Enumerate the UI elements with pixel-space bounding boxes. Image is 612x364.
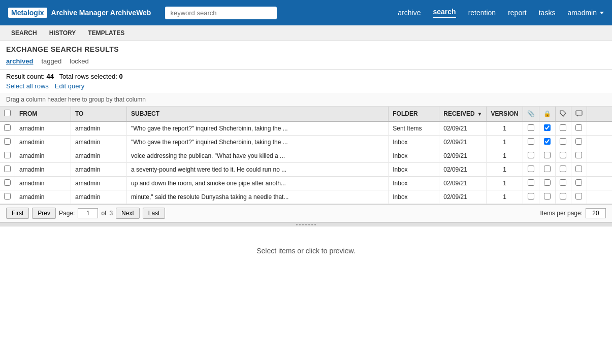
row-comment-checkbox[interactable] bbox=[575, 166, 582, 172]
row-lock-cell[interactable] bbox=[539, 163, 555, 177]
row-checkbox[interactable] bbox=[4, 124, 11, 131]
row-checkbox-cell[interactable] bbox=[0, 136, 15, 149]
select-all-rows-link[interactable]: Select all rows bbox=[6, 82, 49, 90]
row-attach-cell[interactable] bbox=[523, 136, 539, 149]
row-comment-cell[interactable] bbox=[571, 136, 587, 149]
row-lock-checkbox[interactable] bbox=[544, 179, 551, 186]
row-checkbox-cell[interactable] bbox=[0, 121, 15, 136]
row-attach-checkbox[interactable] bbox=[528, 179, 534, 186]
row-lock-cell[interactable] bbox=[539, 149, 555, 163]
th-from[interactable]: FROM bbox=[15, 107, 71, 121]
th-received[interactable]: RECEIVED ▼ bbox=[439, 107, 487, 121]
page-input[interactable] bbox=[78, 208, 98, 218]
row-attach-checkbox[interactable] bbox=[528, 152, 534, 158]
filter-tab-archived[interactable]: archived bbox=[6, 57, 33, 65]
sub-nav-history[interactable]: HISTORY bbox=[43, 25, 82, 41]
row-tag-cell[interactable] bbox=[555, 163, 571, 177]
row-comment-cell[interactable] bbox=[571, 121, 587, 136]
row-tag-cell[interactable] bbox=[555, 177, 571, 190]
row-tag-cell[interactable] bbox=[555, 149, 571, 163]
row-tag-checkbox[interactable] bbox=[560, 179, 566, 186]
prev-button[interactable]: Prev bbox=[32, 208, 56, 219]
table-row[interactable]: amadminamadminup and down the room, and … bbox=[0, 177, 612, 190]
row-lock-cell[interactable] bbox=[539, 177, 555, 190]
row-lock-cell[interactable] bbox=[539, 190, 555, 204]
row-lock-cell[interactable] bbox=[539, 121, 555, 136]
edit-query-link[interactable]: Edit query bbox=[55, 82, 85, 90]
row-checkbox[interactable] bbox=[4, 166, 11, 172]
row-comment-checkbox[interactable] bbox=[575, 193, 582, 200]
table-row[interactable]: amadminamadmina seventy-pound weight wer… bbox=[0, 163, 612, 177]
keyword-search-input[interactable] bbox=[165, 7, 277, 19]
row-subject[interactable]: up and down the room, and smoke one pipe… bbox=[127, 177, 389, 190]
row-attach-cell[interactable] bbox=[523, 177, 539, 190]
row-attach-checkbox[interactable] bbox=[528, 166, 534, 172]
nav-retention[interactable]: retention bbox=[468, 9, 496, 17]
row-lock-checkbox[interactable] bbox=[544, 138, 551, 145]
th-to[interactable]: TO bbox=[71, 107, 127, 121]
th-subject[interactable]: SUBJECT bbox=[127, 107, 389, 121]
row-comment-checkbox[interactable] bbox=[575, 179, 582, 186]
th-select-all[interactable] bbox=[0, 107, 15, 121]
row-checkbox[interactable] bbox=[4, 179, 11, 186]
th-version[interactable]: VERSION bbox=[487, 107, 523, 121]
row-checkbox[interactable] bbox=[4, 193, 11, 200]
table-row[interactable]: amadminamadminvoice addressing the publi… bbox=[0, 149, 612, 163]
row-attach-cell[interactable] bbox=[523, 121, 539, 136]
table-row[interactable]: amadminamadminminute," said the resolute… bbox=[0, 190, 612, 204]
row-checkbox[interactable] bbox=[4, 138, 11, 145]
row-tag-cell[interactable] bbox=[555, 121, 571, 136]
row-comment-cell[interactable] bbox=[571, 163, 587, 177]
items-per-page-input[interactable] bbox=[586, 208, 606, 218]
row-comment-checkbox[interactable] bbox=[575, 124, 582, 131]
row-tag-checkbox[interactable] bbox=[560, 193, 566, 200]
row-lock-checkbox[interactable] bbox=[544, 193, 551, 200]
row-lock-cell[interactable] bbox=[539, 136, 555, 149]
row-lock-checkbox[interactable] bbox=[544, 166, 551, 172]
next-button[interactable]: Next bbox=[116, 208, 140, 219]
row-checkbox-cell[interactable] bbox=[0, 177, 15, 190]
th-lock[interactable]: 🔒 bbox=[539, 107, 555, 121]
table-row[interactable]: amadminamadmin"Who gave the report?" inq… bbox=[0, 136, 612, 149]
row-tag-cell[interactable] bbox=[555, 190, 571, 204]
row-tag-checkbox[interactable] bbox=[560, 152, 566, 158]
filter-tab-tagged[interactable]: tagged bbox=[41, 57, 61, 65]
select-all-checkbox[interactable] bbox=[4, 110, 11, 116]
row-tag-checkbox[interactable] bbox=[560, 138, 566, 145]
row-subject[interactable]: "Who gave the report?" inquired Shcherbi… bbox=[127, 136, 389, 149]
nav-report[interactable]: report bbox=[508, 9, 527, 17]
th-attach[interactable]: 📎 bbox=[523, 107, 539, 121]
row-checkbox[interactable] bbox=[4, 152, 11, 158]
row-attach-cell[interactable] bbox=[523, 190, 539, 204]
row-subject[interactable]: minute," said the resolute Dunyasha taki… bbox=[127, 190, 389, 204]
results-table-container[interactable]: FROM TO SUBJECT FOLDER RECEIVED ▼ bbox=[0, 107, 612, 205]
nav-archive[interactable]: archive bbox=[398, 9, 421, 17]
sub-nav-templates[interactable]: TEMPLATES bbox=[82, 25, 131, 41]
row-attach-cell[interactable] bbox=[523, 149, 539, 163]
th-folder[interactable]: FOLDER bbox=[389, 107, 439, 121]
row-tag-checkbox[interactable] bbox=[560, 124, 566, 131]
row-comment-cell[interactable] bbox=[571, 177, 587, 190]
row-subject[interactable]: "Who gave the report?" inquired Shcherbi… bbox=[127, 121, 389, 136]
table-row[interactable]: amadminamadmin"Who gave the report?" inq… bbox=[0, 121, 612, 136]
nav-tasks[interactable]: tasks bbox=[539, 9, 556, 17]
row-comment-checkbox[interactable] bbox=[575, 138, 582, 145]
row-checkbox-cell[interactable] bbox=[0, 149, 15, 163]
last-button[interactable]: Last bbox=[143, 208, 166, 219]
th-tag[interactable] bbox=[555, 107, 571, 121]
row-attach-cell[interactable] bbox=[523, 163, 539, 177]
row-checkbox-cell[interactable] bbox=[0, 163, 15, 177]
row-comment-cell[interactable] bbox=[571, 149, 587, 163]
row-lock-checkbox[interactable] bbox=[544, 152, 551, 158]
row-attach-checkbox[interactable] bbox=[528, 193, 534, 200]
th-comment[interactable] bbox=[571, 107, 587, 121]
row-lock-checkbox[interactable] bbox=[544, 124, 551, 131]
row-tag-cell[interactable] bbox=[555, 136, 571, 149]
row-comment-checkbox[interactable] bbox=[575, 152, 582, 158]
row-checkbox-cell[interactable] bbox=[0, 190, 15, 204]
row-attach-checkbox[interactable] bbox=[528, 124, 534, 131]
row-attach-checkbox[interactable] bbox=[528, 138, 534, 145]
row-comment-cell[interactable] bbox=[571, 190, 587, 204]
sub-nav-search[interactable]: SEARCH bbox=[5, 25, 43, 41]
first-button[interactable]: First bbox=[6, 208, 29, 219]
